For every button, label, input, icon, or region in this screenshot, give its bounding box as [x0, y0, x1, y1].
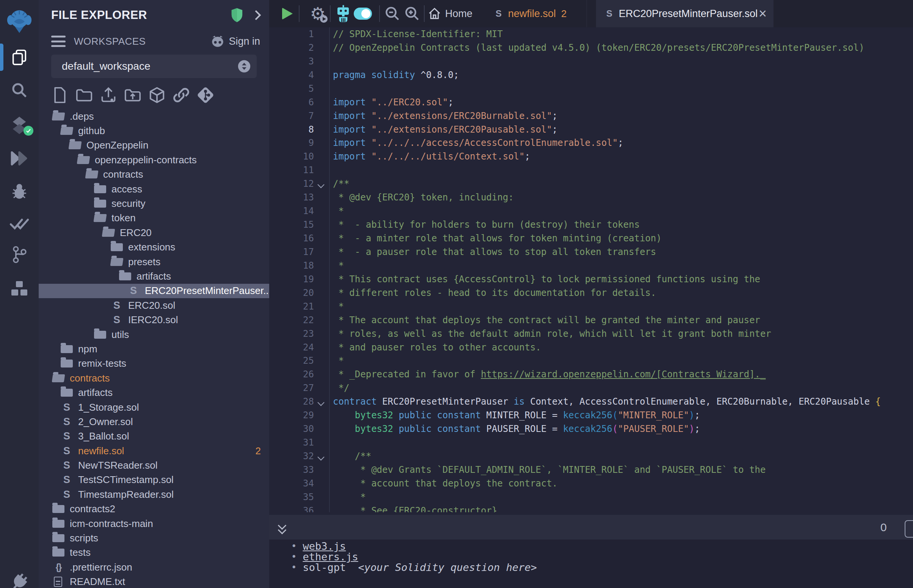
collapse-terminal-icon[interactable] [277, 521, 288, 534]
tree-item-testsctimestamp-sol[interactable]: STestSCTimestamp.sol [39, 473, 269, 487]
new-file-icon[interactable] [51, 86, 69, 104]
code-line-15[interactable]: 15 * - ability for holders to burn (dest… [269, 218, 913, 231]
code-line-36[interactable]: 36 * See {ERC20-constructor}. [269, 504, 913, 512]
tab-erc20presetminterpauser-sol[interactable]: S ERC20PresetMinterPauser.sol × [596, 0, 774, 27]
code-line-30[interactable]: 30 bytes32 public constant PAUSER_ROLE =… [269, 422, 913, 436]
sign-in-button[interactable]: Sign in [210, 35, 260, 47]
solidity-compiler-icon[interactable] [0, 113, 39, 138]
code-line-19[interactable]: 19 * This contract uses {AccessControl} … [269, 272, 913, 286]
code-line-10[interactable]: 10import "../../../utils/Context.sol"; [269, 150, 913, 163]
tree-item-newfile-sol[interactable]: Snewfile.sol2 [39, 444, 269, 458]
run-script-button[interactable] [280, 0, 295, 27]
code-line-21[interactable]: 21 * [269, 300, 913, 313]
tree-item-github[interactable]: github [39, 123, 269, 138]
upload-folder-icon[interactable] [124, 86, 141, 104]
new-folder-icon[interactable] [76, 86, 93, 104]
fold-chevron-icon[interactable] [317, 181, 324, 188]
code-line-12[interactable]: 12/** [269, 177, 913, 191]
terminal-search-input[interactable] [905, 520, 913, 538]
code-line-28[interactable]: 28contract ERC20PresetMinterPauser is Co… [269, 395, 913, 409]
tree-item-scripts[interactable]: scripts [39, 531, 269, 545]
code-line-34[interactable]: 34 * account that deploys the contract. [269, 477, 913, 490]
remix-logo[interactable] [0, 8, 39, 35]
clone-git-icon[interactable] [197, 86, 214, 104]
zoom-out-icon[interactable] [383, 0, 402, 27]
code-line-14[interactable]: 14 * [269, 204, 913, 218]
debugger-icon[interactable] [0, 180, 39, 203]
code-line-11[interactable]: 11 [269, 163, 913, 177]
code-line-7[interactable]: 7import "../extensions/ERC20Burnable.sol… [269, 109, 913, 123]
unit-testing-icon[interactable] [0, 213, 39, 236]
deploy-run-icon[interactable] [0, 147, 39, 170]
tree-item-artifacts[interactable]: artifacts [39, 269, 269, 283]
tree-item-tests[interactable]: tests [39, 546, 269, 560]
code-line-18[interactable]: 18 * [269, 259, 913, 272]
code-line-2[interactable]: 2// OpenZeppelin Contracts (last updated… [269, 41, 913, 55]
code-line-35[interactable]: 35 * [269, 490, 913, 504]
code-line-6[interactable]: 6import "../ERC20.sol"; [269, 95, 913, 109]
tree-item-erc20-sol[interactable]: SERC20.sol [39, 298, 269, 313]
code-line-17[interactable]: 17 * - a pauser role that allows to stop… [269, 245, 913, 259]
tree-item-utils[interactable]: utils [39, 327, 269, 342]
tree-item-3-ballot-sol[interactable]: S3_Ballot.sol [39, 429, 269, 444]
ipfs-cube-icon[interactable] [148, 86, 166, 104]
tree-item-contracts[interactable]: contracts [39, 371, 269, 385]
code-line-32[interactable]: 32 /** [269, 449, 913, 463]
tree-item-timestampreader-sol[interactable]: STimestampReader.sol [39, 487, 269, 502]
tree-item--prettierrc-json[interactable]: {}.prettierrc.json [39, 560, 269, 574]
tree-item-icm-contracts-main[interactable]: icm-contracts-main [39, 516, 269, 531]
tree-item-ierc20-sol[interactable]: SIERC20.sol [39, 313, 269, 327]
home-tab[interactable]: Home [426, 0, 475, 27]
code-line-4[interactable]: 4pragma solidity ^0.8.0; [269, 68, 913, 82]
workspaces-menu-icon[interactable] [51, 36, 66, 47]
code-line-20[interactable]: 20 * different roles - head to its docum… [269, 286, 913, 300]
code-line-23[interactable]: 23 * roles, as well as the default admin… [269, 327, 913, 341]
code-line-29[interactable]: 29 bytes32 public constant MINTER_ROLE =… [269, 409, 913, 422]
code-line-9[interactable]: 9import "../../../access/AccessControlEn… [269, 136, 913, 150]
tree-item-1-storage-sol[interactable]: S1_Storage.sol [39, 400, 269, 415]
tree-item-artifacts[interactable]: artifacts [39, 385, 269, 400]
code-line-3[interactable]: 3 [269, 55, 913, 68]
collapse-panel-chevron-icon[interactable] [253, 10, 262, 21]
code-line-13[interactable]: 13 * @dev {ERC20} token, including: [269, 191, 913, 204]
code-line-33[interactable]: 33 * @dev Grants `DEFAULT_ADMIN_ROLE`, `… [269, 463, 913, 477]
fold-chevron-icon[interactable] [317, 454, 324, 460]
code-line-26[interactable]: 26 * _Deprecated in favor of https://wiz… [269, 367, 913, 381]
tree-item-contracts[interactable]: contracts [39, 168, 269, 182]
ai-copilot-robot-icon[interactable] [334, 0, 352, 27]
upload-file-icon[interactable] [100, 86, 117, 104]
plugin-modules-icon[interactable] [0, 276, 39, 301]
terminal-link[interactable]: ethers.js [303, 551, 358, 563]
code-line-16[interactable]: 16 * - a minter role that allows for tok… [269, 231, 913, 245]
workspace-select[interactable]: default_workspace [51, 55, 257, 78]
tree-item-remix-tests[interactable]: remix-tests [39, 357, 269, 371]
file-explorer-icon[interactable] [0, 45, 39, 70]
tree-item-access[interactable]: access [39, 182, 269, 196]
tree-item-npm[interactable]: npm [39, 342, 269, 356]
close-tab-icon[interactable]: × [759, 7, 767, 21]
code-editor[interactable]: 1// SPDX-License-Identifier: MIT2// Open… [269, 27, 913, 512]
tree-item--deps[interactable]: .deps [39, 109, 269, 123]
git-icon[interactable] [0, 243, 39, 266]
code-line-22[interactable]: 22 * The account that deploys the contra… [269, 313, 913, 327]
code-line-8[interactable]: 8import "../extensions/ERC20Pausable.sol… [269, 123, 913, 136]
link-icon[interactable] [173, 86, 190, 104]
compile-settings-icon[interactable]: ⚙ [307, 0, 329, 27]
tree-item-newtsreader-sol[interactable]: SNewTSReader.sol [39, 458, 269, 472]
fold-chevron-icon[interactable] [317, 399, 324, 406]
tree-item-extensions[interactable]: extensions [39, 240, 269, 255]
code-line-5[interactable]: 5 [269, 82, 913, 95]
tree-item-erc20[interactable]: ERC20 [39, 225, 269, 240]
code-line-24[interactable]: 24 * and pauser roles to other accounts. [269, 341, 913, 354]
code-line-31[interactable]: 31 [269, 436, 913, 449]
ai-copilot-toggle[interactable] [354, 8, 372, 20]
zoom-in-icon[interactable] [403, 0, 422, 27]
tree-item-openzeppelin-contracts[interactable]: openzeppelin-contracts [39, 153, 269, 167]
code-line-27[interactable]: 27 */ [269, 381, 913, 395]
tree-item-openzeppelin[interactable]: OpenZeppelin [39, 138, 269, 153]
code-line-25[interactable]: 25 * [269, 354, 913, 368]
tree-item-security[interactable]: security [39, 196, 269, 211]
tree-item-readme-txt[interactable]: README.txt [39, 575, 269, 588]
tree-item-2-owner-sol[interactable]: S2_Owner.sol [39, 415, 269, 429]
code-line-1[interactable]: 1// SPDX-License-Identifier: MIT [269, 27, 913, 41]
